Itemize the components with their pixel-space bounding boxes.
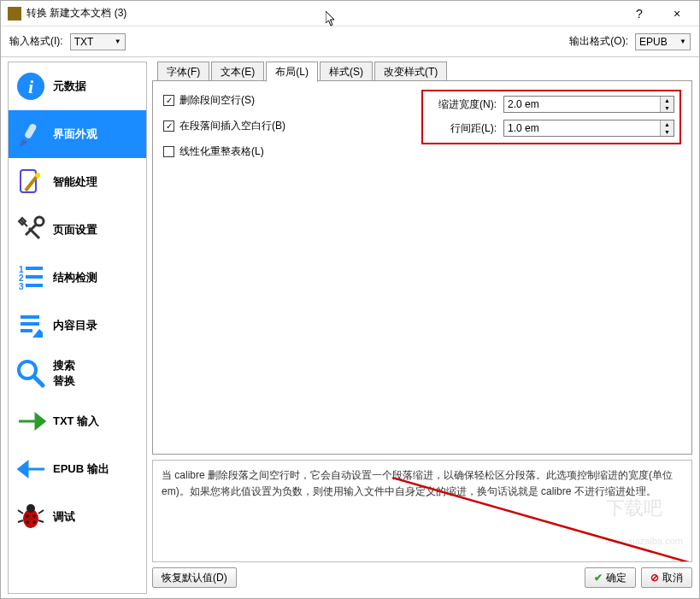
check-icon: ✔	[594, 572, 603, 584]
search-icon	[15, 358, 46, 389]
svg-text:i: i	[28, 76, 34, 97]
svg-rect-14	[21, 329, 32, 332]
sidebar-item-label: 智能处理	[53, 174, 97, 190]
svg-rect-2	[24, 123, 38, 140]
spinner-down-icon[interactable]: ▼	[661, 104, 674, 112]
button-bar: 恢复默认值(D) ✔确定 ⊘取消	[152, 562, 692, 595]
tools-icon	[15, 214, 46, 245]
spinner-up-icon[interactable]: ▲	[661, 97, 674, 104]
svg-point-5	[35, 217, 44, 226]
highlighted-fields: 缩进宽度(N): 2.0 em ▲▼ 行间距(L): 1.0 em ▲▼	[421, 90, 681, 144]
sidebar-item-label: 页面设置	[53, 222, 97, 238]
sidebar-item-label: TXT 输入	[53, 414, 99, 429]
sidebar-item-label: 内容目录	[53, 318, 97, 333]
info-icon: i	[15, 71, 46, 102]
indent-width-spinner[interactable]: 2.0 em ▲▼	[503, 96, 674, 113]
checkbox-linearize[interactable]	[163, 146, 174, 157]
svg-point-17	[26, 504, 35, 513]
sidebar-item-label: 结构检测	[53, 270, 97, 285]
cancel-button[interactable]: ⊘取消	[641, 567, 692, 588]
checkbox-remove-blank[interactable]	[163, 95, 174, 106]
linespacing-value: 1.0 em	[504, 122, 660, 134]
tab-font[interactable]: 字体(F)	[157, 62, 209, 82]
app-icon	[8, 7, 21, 21]
checkbox-label: 在段落间插入空白行(B)	[179, 119, 285, 133]
sidebar-item-label: 界面外观	[53, 126, 97, 142]
svg-point-21	[32, 520, 36, 524]
output-format-label: 输出格式(O):	[569, 34, 628, 49]
tab-text[interactable]: 文本(E)	[211, 62, 264, 82]
tabs: 字体(F) 文本(E) 布局(L) 样式(S) 改变样式(T)	[152, 61, 692, 81]
restore-defaults-button[interactable]: 恢复默认值(D)	[152, 567, 237, 588]
sidebar-item-toc[interactable]: 内容目录	[9, 302, 146, 349]
format-bar: 输入格式(I): TXT ▼ 输出格式(O): EPUB ▼	[1, 26, 699, 57]
svg-point-18	[26, 514, 29, 518]
tab-transform[interactable]: 改变样式(T)	[374, 62, 447, 82]
output-format-select[interactable]: EPUB ▼	[635, 33, 691, 50]
sidebar-item-searchreplace[interactable]: 搜索 替换	[9, 349, 146, 397]
ok-button[interactable]: ✔确定	[585, 567, 636, 588]
svg-rect-12	[21, 315, 39, 319]
linespacing-label: 行间距(L):	[428, 121, 497, 136]
checkbox-label: 删除段间空行(S)	[179, 93, 255, 108]
sidebar: i 元数据 界面外观 智能处理 页面设置 123 结构检测 内容目录	[8, 62, 147, 594]
svg-point-20	[26, 520, 29, 524]
wand-icon	[15, 167, 46, 197]
indent-width-label: 缩进宽度(N):	[428, 97, 497, 112]
arrow-right-icon	[15, 406, 46, 437]
sidebar-item-txtinput[interactable]: TXT 输入	[9, 397, 146, 445]
tab-style[interactable]: 样式(S)	[320, 62, 373, 82]
sidebar-item-label: 调试	[53, 509, 75, 525]
window-title: 转换 新建文本文档 (3)	[26, 6, 624, 21]
svg-point-19	[32, 514, 36, 518]
indent-width-value: 2.0 em	[504, 98, 660, 110]
spinner-down-icon[interactable]: ▼	[661, 128, 674, 136]
list-icon: 123	[15, 262, 46, 293]
input-format-select[interactable]: TXT ▼	[70, 33, 126, 50]
toc-icon	[15, 310, 46, 341]
close-button[interactable]: ×	[662, 3, 692, 24]
linespacing-spinner[interactable]: 1.0 em ▲▼	[503, 120, 674, 137]
svg-rect-9	[26, 275, 43, 279]
sidebar-item-structure[interactable]: 123 结构检测	[9, 254, 146, 302]
bug-icon	[15, 502, 46, 532]
sidebar-item-pagesetup[interactable]: 页面设置	[9, 206, 146, 254]
tab-layout[interactable]: 布局(L)	[266, 62, 318, 82]
help-button[interactable]: ?	[624, 3, 655, 24]
layout-panel: 删除段间空行(S) 在段落间插入空白行(B) 线性化重整表格(L) 缩进宽度(N…	[152, 81, 692, 455]
help-text-box: 当 calibre 删除段落之间空行时，它会自动设置一个段落缩进，以确保轻松区分…	[152, 460, 692, 562]
checkbox-insert-blank[interactable]	[163, 120, 174, 132]
sidebar-item-metadata[interactable]: i 元数据	[9, 62, 146, 110]
svg-rect-7	[26, 267, 43, 270]
svg-text:3: 3	[19, 282, 24, 291]
spinner-up-icon[interactable]: ▲	[661, 120, 674, 128]
sidebar-item-label: 搜索 替换	[53, 358, 75, 389]
sidebar-item-lookandfeel[interactable]: 界面外观	[9, 110, 146, 158]
sidebar-item-epuboutput[interactable]: EPUB 输出	[9, 445, 146, 493]
watermark: 下载吧www.xiazaiba.com	[606, 493, 683, 553]
sidebar-item-label: 元数据	[53, 79, 86, 94]
sidebar-item-heuristic[interactable]: 智能处理	[9, 158, 146, 206]
input-format-value: TXT	[74, 36, 94, 48]
svg-rect-13	[21, 322, 39, 326]
cancel-icon: ⊘	[650, 572, 659, 584]
chevron-down-icon: ▼	[679, 38, 686, 45]
chevron-down-icon: ▼	[115, 38, 121, 45]
checkbox-label: 线性化重整表格(L)	[179, 144, 264, 159]
svg-rect-11	[26, 284, 43, 287]
svg-point-4	[35, 173, 40, 178]
output-format-value: EPUB	[639, 36, 668, 48]
help-text: 当 calibre 删除段落之间空行时，它会自动设置一个段落缩进，以确保轻松区分…	[162, 469, 673, 497]
sidebar-item-debug[interactable]: 调试	[9, 493, 146, 541]
titlebar: 转换 新建文本文档 (3) ? ×	[1, 1, 699, 26]
input-format-label: 输入格式(I):	[9, 34, 63, 49]
sidebar-item-label: EPUB 输出	[53, 461, 109, 477]
brush-icon	[15, 119, 46, 150]
arrow-left-icon	[15, 454, 46, 484]
